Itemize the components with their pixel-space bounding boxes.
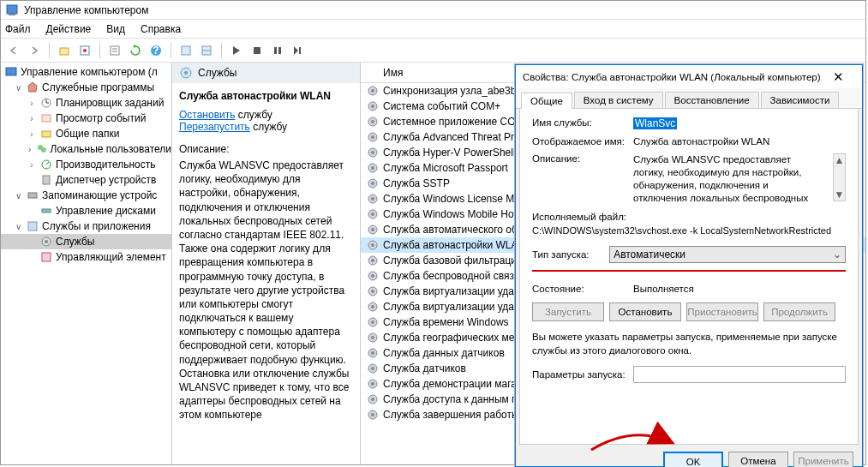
svg-point-69: [371, 336, 374, 339]
svg-point-77: [371, 398, 374, 401]
stop-button[interactable]: [248, 42, 266, 59]
dialog-tabs: Общие Вход в систему Восстановление Зави…: [516, 88, 862, 109]
status-label: Состояние:: [532, 284, 626, 294]
svc-name-value: WlanSvc: [633, 117, 677, 129]
params-label: Параметры запуска:: [532, 369, 626, 380]
up-button[interactable]: [56, 42, 73, 59]
tree-services-apps[interactable]: ∨Службы и приложения: [1, 219, 171, 234]
svg-point-71: [371, 351, 374, 355]
service-description: Служба WLANSVC предоставляет логику, нео…: [179, 159, 353, 422]
cancel-button[interactable]: Отмена: [728, 452, 788, 467]
menu-view[interactable]: Вид: [106, 23, 125, 35]
svg-rect-1: [9, 14, 15, 15]
svg-point-35: [184, 71, 188, 75]
svg-rect-0: [7, 5, 17, 14]
tab-recovery[interactable]: Восстановление: [665, 92, 759, 108]
svg-point-55: [371, 228, 374, 231]
svg-point-67: [371, 320, 374, 324]
display-name-label: Отображаемое имя:: [532, 136, 626, 147]
params-text: Вы можете указать параметры запуска, при…: [532, 330, 846, 357]
ok-button[interactable]: OK: [663, 452, 723, 467]
resume-button[interactable]: Продолжить: [763, 302, 835, 321]
svg-point-32: [45, 240, 48, 243]
svg-point-51: [371, 197, 374, 201]
svg-point-73: [371, 367, 374, 370]
annotation-rect: [530, 258, 848, 284]
restart-link[interactable]: Перезапустить: [179, 121, 250, 133]
tree-services[interactable]: Службы: [1, 234, 171, 249]
svg-rect-28: [28, 193, 37, 198]
stop-link[interactable]: Остановить: [179, 109, 236, 121]
dlg-desc-label: Описание:: [532, 153, 626, 164]
tab-deps[interactable]: Зависимости: [761, 92, 840, 108]
svg-rect-15: [278, 47, 281, 54]
svg-point-4: [83, 49, 87, 52]
tree-shared-folders[interactable]: ›Общие папки: [1, 126, 171, 141]
svg-rect-22: [42, 131, 51, 137]
tree-device-manager[interactable]: Диспетчер устройств: [1, 172, 171, 188]
svg-point-65: [371, 305, 374, 308]
svg-rect-30: [28, 222, 37, 231]
refresh-button[interactable]: [127, 42, 144, 59]
svg-point-41: [371, 120, 374, 123]
export-button[interactable]: [76, 42, 93, 59]
svg-rect-14: [274, 47, 277, 54]
svg-rect-10: [182, 46, 190, 55]
restart-button[interactable]: [290, 42, 307, 59]
stop-button-dlg[interactable]: Остановить: [609, 302, 681, 321]
tree-wmi[interactable]: Управляющий элемент: [1, 249, 171, 265]
desc-scrollbar[interactable]: ▲▼: [833, 153, 846, 201]
svg-rect-17: [6, 68, 16, 75]
view-button1[interactable]: [177, 42, 195, 59]
tree-disk-mgmt[interactable]: Управление дисками: [1, 203, 171, 219]
svg-point-61: [371, 274, 374, 278]
menu-file[interactable]: Файл: [5, 23, 31, 35]
menubar: Файл Действие Вид Справка: [1, 20, 865, 39]
pause-button[interactable]: [269, 42, 286, 59]
menu-action[interactable]: Действие: [46, 23, 92, 35]
panel-header: Службы: [172, 63, 360, 83]
svg-rect-27: [43, 176, 50, 184]
detail-panel: Службы Служба автонастройки WLAN Останов…: [172, 63, 361, 464]
tree-task-scheduler[interactable]: ›Планировщик заданий: [1, 95, 171, 111]
tab-general[interactable]: Общие: [521, 93, 572, 109]
dialog-titlebar: Свойства: Служба автонастройки WLAN (Лок…: [516, 65, 862, 88]
tree-local-users[interactable]: ›Локальные пользователи: [1, 141, 171, 157]
properties-button[interactable]: [106, 42, 123, 59]
status-value: Выполняется: [633, 284, 846, 294]
help-button[interactable]: ?: [147, 42, 165, 59]
svg-point-24: [41, 147, 46, 153]
svg-rect-2: [60, 48, 69, 55]
svc-name-label: Имя службы:: [532, 117, 626, 128]
tree-storage[interactable]: ∨Запоминающие устройс: [1, 188, 171, 203]
svg-line-26: [46, 162, 49, 165]
view-button2[interactable]: [198, 42, 215, 59]
svg-point-47: [371, 166, 374, 170]
svg-point-39: [371, 105, 374, 108]
apply-button[interactable]: Применить: [793, 452, 853, 467]
svg-rect-33: [42, 253, 51, 261]
start-button[interactable]: Запустить: [532, 302, 604, 321]
tree-performance[interactable]: ›Производительность: [1, 157, 171, 172]
titlebar: Управление компьютером: [1, 1, 865, 20]
svg-rect-5: [111, 46, 119, 55]
svg-point-53: [371, 213, 374, 216]
menu-help[interactable]: Справка: [141, 23, 181, 35]
tree-panel[interactable]: Управление компьютером (л ∨Служебные про…: [1, 63, 172, 464]
desc-label: Описание:: [179, 143, 353, 155]
tab-logon[interactable]: Вход в систему: [574, 92, 663, 108]
tree-system-tools[interactable]: ∨Служебные программы: [1, 80, 171, 95]
display-name-value: Служба автонастройки WLAN: [633, 136, 846, 147]
svg-rect-16: [299, 47, 301, 54]
forward-button[interactable]: [26, 42, 43, 59]
service-title: Служба автонастройки WLAN: [179, 90, 353, 102]
pause-button-dlg[interactable]: Приостановить: [686, 302, 758, 321]
params-input[interactable]: [633, 366, 846, 383]
tree-event-viewer[interactable]: ›Просмотр событий: [1, 111, 171, 126]
back-button[interactable]: [5, 42, 22, 59]
close-button[interactable]: ✕: [821, 69, 855, 85]
tree-root[interactable]: Управление компьютером (л: [1, 64, 171, 80]
svg-rect-21: [42, 115, 51, 122]
toolbar: ?: [1, 39, 865, 63]
play-button[interactable]: [228, 42, 245, 59]
